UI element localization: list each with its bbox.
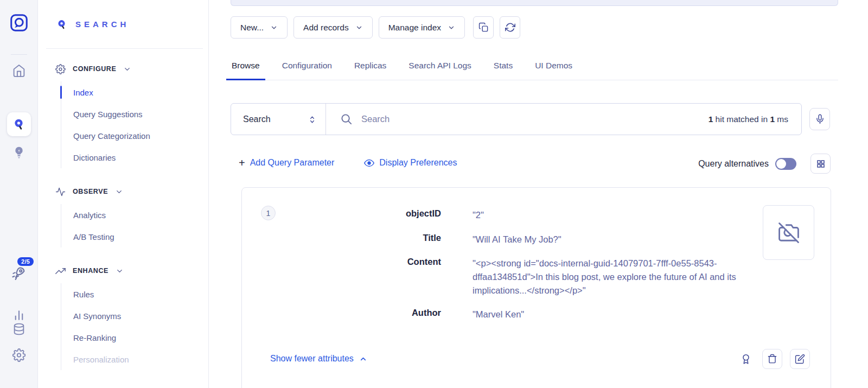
- index-toolbar: New... Add records Manage index: [231, 16, 520, 39]
- search-nav-icon[interactable]: [7, 112, 31, 136]
- section-label: CONFIGURE: [73, 65, 116, 73]
- search-pin-icon: [56, 18, 68, 30]
- microphone-icon: [815, 114, 825, 124]
- record-field-row: Author "Marvel Ken": [242, 308, 831, 321]
- search-stats: 1 hit matched in 1 ms: [709, 115, 788, 124]
- section-label: ENHANCE: [73, 267, 108, 275]
- copy-icon: [478, 22, 489, 33]
- search-bar: Search 1 hit matched in 1 ms: [231, 103, 802, 135]
- settings-gear-icon[interactable]: [12, 348, 25, 362]
- query-alternatives-toggle[interactable]: [775, 158, 796, 170]
- sidebar-item-rules[interactable]: Rules: [61, 283, 208, 305]
- record-card: 1 objectID "2" Title "Will AI Take My Jo…: [241, 187, 831, 388]
- new-button[interactable]: New...: [231, 16, 288, 39]
- index-tabs: Browse Configuration Replicas Search API…: [231, 56, 838, 80]
- chevron-down-icon: [123, 64, 131, 74]
- tab-configuration[interactable]: Configuration: [281, 56, 333, 80]
- query-options-row: + Add Query Parameter Display Preference…: [239, 154, 831, 174]
- home-icon[interactable]: [12, 64, 25, 78]
- show-fewer-label: Show fewer attributes: [270, 354, 354, 364]
- section-observe-header[interactable]: OBSERVE: [38, 183, 208, 200]
- algolia-logo-icon[interactable]: [9, 13, 29, 33]
- section-configure: CONFIGURE Index Query Suggestions Query …: [38, 61, 208, 168]
- section-observe: OBSERVE Analytics A/B Testing: [38, 183, 208, 247]
- record-image-placeholder: [763, 205, 814, 260]
- tab-replicas[interactable]: Replicas: [353, 56, 387, 80]
- field-label: Content: [242, 257, 441, 297]
- record-field-row: Content "<p><strong id="docs-internal-gu…: [242, 257, 831, 297]
- edit-record-button[interactable]: [790, 349, 810, 369]
- usage-badge: 2/5: [17, 257, 34, 266]
- gear-icon: [55, 63, 66, 74]
- record-field-row: Title "Will AI Take My Job?": [242, 233, 831, 246]
- sidebar-item-index[interactable]: Index: [61, 81, 208, 103]
- add-query-parameter-link[interactable]: + Add Query Parameter: [239, 157, 334, 168]
- plus-icon: +: [239, 157, 245, 168]
- promote-record-button[interactable]: [737, 351, 755, 368]
- magnifier-icon: [340, 113, 353, 125]
- chevron-down-icon: [270, 23, 278, 33]
- add-records-button[interactable]: Add records: [293, 16, 373, 39]
- chevron-down-icon: [116, 266, 124, 276]
- field-label: objectID: [242, 208, 441, 222]
- field-value: "Marvel Ken": [473, 308, 768, 321]
- sidebar-item-personalization[interactable]: Personalization: [61, 348, 208, 370]
- refresh-icon: [505, 22, 515, 33]
- rocket-icon[interactable]: [11, 265, 27, 281]
- new-button-label: New...: [240, 23, 264, 33]
- trending-up-icon: [55, 265, 66, 276]
- show-fewer-attributes-link[interactable]: Show fewer attributes: [270, 354, 367, 364]
- index-selector-sliver[interactable]: [231, 0, 838, 6]
- sidebar-item-ab-testing[interactable]: A/B Testing: [61, 226, 208, 247]
- award-ribbon-icon: [741, 354, 751, 363]
- copy-button[interactable]: [473, 16, 494, 39]
- manage-index-label: Manage index: [388, 23, 441, 33]
- sidebar-item-query-suggestions[interactable]: Query Suggestions: [61, 103, 208, 125]
- record-field-row: objectID "2": [242, 208, 831, 222]
- chevron-down-icon: [115, 187, 123, 196]
- manage-index-button[interactable]: Manage index: [379, 16, 465, 39]
- field-value: "Will AI Take My Job?": [473, 233, 768, 246]
- sidebar-item-query-categorization[interactable]: Query Categorization: [61, 125, 208, 147]
- refresh-button[interactable]: [500, 16, 520, 39]
- toggle-knob: [776, 159, 786, 169]
- query-alternatives-label: Query alternatives: [698, 159, 769, 169]
- voice-search-button[interactable]: [809, 108, 830, 130]
- search-mode-select[interactable]: Search: [231, 104, 326, 135]
- field-value: "2": [473, 208, 768, 222]
- rail-divider: [11, 54, 27, 55]
- tab-browse[interactable]: Browse: [231, 56, 261, 80]
- display-preferences-link[interactable]: Display Preferences: [364, 157, 457, 168]
- section-label: OBSERVE: [73, 188, 108, 195]
- sidebar-item-re-ranking[interactable]: Re-Ranking: [61, 327, 208, 348]
- pulse-icon: [55, 186, 66, 196]
- field-label: Title: [242, 233, 441, 246]
- sidebar-item-ai-synonyms[interactable]: AI Synonyms: [61, 305, 208, 327]
- tab-search-api-logs[interactable]: Search API Logs: [407, 56, 472, 80]
- app-rail: 2/5: [0, 0, 38, 388]
- sidebar-divider: [46, 48, 203, 49]
- record-actions: [737, 349, 810, 369]
- bar-chart-icon[interactable]: [12, 308, 25, 322]
- field-value: "<p><strong id="docs-internal-guid-14079…: [473, 257, 768, 297]
- trash-icon: [767, 354, 777, 364]
- recommend-bulb-icon[interactable]: [12, 145, 25, 159]
- search-input-area: 1 hit matched in 1 ms: [326, 104, 801, 135]
- tab-stats[interactable]: Stats: [493, 56, 514, 80]
- sidebar-item-analytics[interactable]: Analytics: [61, 204, 208, 226]
- sidebar-item-dictionaries[interactable]: Dictionaries: [61, 147, 208, 168]
- camera-off-icon: [778, 222, 799, 243]
- section-configure-header[interactable]: CONFIGURE: [38, 61, 208, 77]
- sidebar: SEARCH CONFIGURE Index Query Suggestions…: [38, 0, 209, 388]
- edit-icon: [795, 354, 805, 364]
- field-label: Author: [242, 308, 441, 321]
- add-query-parameter-label: Add Query Parameter: [250, 158, 335, 168]
- tab-ui-demos[interactable]: UI Demos: [534, 56, 573, 80]
- sidebar-header: SEARCH: [38, 0, 208, 48]
- eye-icon: [364, 157, 374, 168]
- section-enhance-header[interactable]: ENHANCE: [38, 263, 208, 279]
- database-icon[interactable]: [12, 322, 25, 336]
- delete-record-button[interactable]: [762, 349, 782, 369]
- section-enhance: ENHANCE Rules AI Synonyms Re-Ranking Per…: [38, 263, 208, 370]
- layout-grid-button[interactable]: [810, 154, 831, 174]
